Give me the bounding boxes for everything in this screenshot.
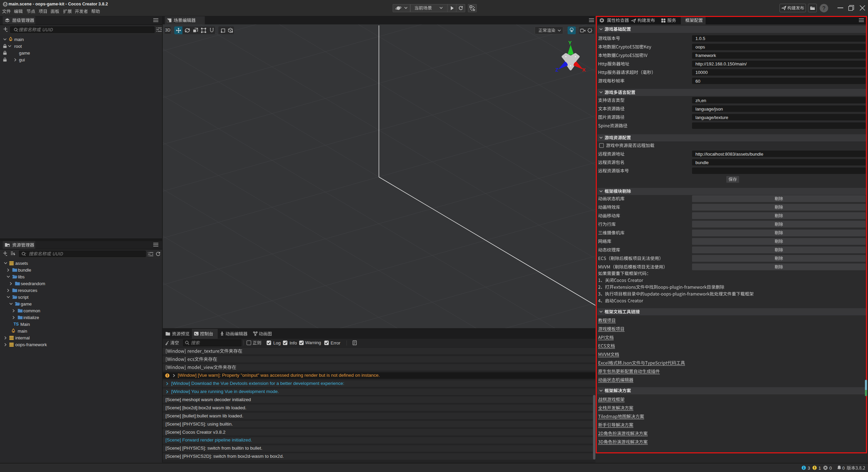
svg-text:Z: Z (555, 67, 558, 73)
svg-text:X: X (582, 67, 586, 73)
svg-text:Y: Y (568, 40, 572, 45)
svg-text:?: ? (822, 5, 826, 11)
